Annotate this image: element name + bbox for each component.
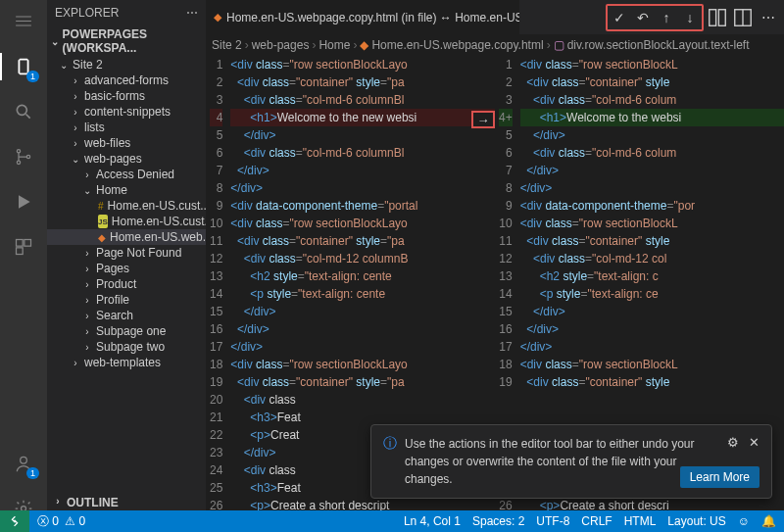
tab-title: Home.en-US.webpage.copy.html (in file) ↔…	[226, 11, 519, 24]
tree-folder[interactable]: ›Subpage one	[47, 323, 206, 339]
tree-folder[interactable]: ›basic-forms	[47, 88, 206, 104]
accept-icon[interactable]: ✓	[608, 6, 631, 29]
tab-more-icon[interactable]: ⋯	[757, 6, 780, 29]
outline-section[interactable]: ›OUTLINE	[47, 493, 206, 512]
tree-folder[interactable]: ›Profile	[47, 292, 206, 308]
svg-point-8	[21, 457, 27, 463]
tree-folder[interactable]: ›advanced-forms	[47, 73, 206, 88]
explorer-sidebar: EXPLORER ⋯ ⌄POWERPAGES (WORKSPA... ⌄Site…	[47, 0, 206, 532]
breadcrumb[interactable]: Site 2› web-pages› Home› ◆Home.en-US.web…	[206, 34, 784, 56]
svg-point-3	[17, 161, 20, 164]
revert-icon[interactable]: ↶	[631, 6, 655, 29]
tree-folder[interactable]: ›Search	[47, 308, 206, 323]
source-control-icon[interactable]	[10, 143, 37, 170]
encoding[interactable]: UTF-8	[536, 514, 569, 528]
explorer-icon[interactable]: 1	[10, 53, 37, 80]
sidebar-title: EXPLORER ⋯	[47, 0, 206, 25]
tree-folder-home[interactable]: ⌄Home	[47, 182, 206, 198]
info-icon: ⓘ	[383, 435, 397, 488]
prev-change-icon[interactable]: ↑	[655, 6, 678, 29]
move-change-arrow-icon[interactable]: →	[471, 111, 495, 128]
keyboard-layout[interactable]: Layout: US	[667, 514, 725, 528]
editor-toolbar: ✓ ↶ ↑ ↓ ⋯	[606, 4, 784, 31]
split-editor-icon[interactable]	[731, 6, 755, 29]
diff-actions-highlight: ✓ ↶ ↑ ↓	[606, 4, 704, 31]
tree-folder[interactable]: ›Product	[47, 276, 206, 292]
tree-folder[interactable]: ›lists	[47, 120, 206, 135]
tree-folder[interactable]: ›web-files	[47, 135, 206, 151]
extensions-icon[interactable]	[10, 233, 37, 261]
eol[interactable]: CRLF	[581, 514, 612, 528]
editor-tab[interactable]: ◆ Home.en-US.webpage.copy.html (in file)…	[206, 0, 519, 34]
notifications-icon[interactable]: 🔔	[761, 514, 776, 528]
account-badge: 1	[26, 467, 39, 479]
tree-folder[interactable]: ⌄web-pages	[47, 151, 206, 167]
remote-indicator[interactable]	[0, 510, 29, 532]
tree-folder[interactable]: ›web-templates	[47, 355, 206, 370]
toast-message: Use the actions in the editor tool bar t…	[405, 435, 719, 488]
svg-rect-6	[24, 240, 31, 247]
error-count[interactable]: ⓧ 0	[37, 513, 59, 530]
tree-file[interactable]: #Home.en-US.cust...	[47, 198, 206, 214]
activity-bar: 1 1	[0, 0, 47, 532]
warning-count[interactable]: ⚠ 0	[65, 514, 85, 528]
menu-icon[interactable]	[10, 8, 37, 35]
tree-folder[interactable]: ›Access Denied	[47, 167, 206, 182]
sidebar-more-icon[interactable]: ⋯	[186, 6, 198, 20]
status-bar: ⓧ 0 ⚠ 0 Ln 4, Col 1 Spaces: 2 UTF-8 CRLF…	[0, 510, 784, 532]
search-icon[interactable]	[10, 98, 37, 125]
account-icon[interactable]: 1	[10, 450, 37, 477]
next-change-icon[interactable]: ↓	[678, 6, 702, 29]
svg-point-2	[17, 150, 20, 153]
learn-more-button[interactable]: Learn More	[680, 466, 760, 488]
feedback-icon[interactable]: ☺	[738, 514, 750, 528]
svg-point-4	[26, 155, 29, 158]
tree-folder[interactable]: ›Pages	[47, 261, 206, 276]
svg-line-1	[26, 115, 30, 119]
svg-rect-7	[17, 248, 24, 255]
workspace-header[interactable]: ⌄POWERPAGES (WORKSPA...	[47, 25, 206, 57]
language-mode[interactable]: HTML	[624, 514, 657, 528]
svg-rect-10	[710, 9, 716, 25]
toast-close-icon[interactable]: ✕	[749, 435, 760, 450]
html-file-icon: ◆	[214, 11, 221, 24]
svg-point-0	[17, 105, 26, 115]
sidebar-title-text: EXPLORER	[55, 6, 119, 20]
workspace-name: POWERPAGES (WORKSPA...	[63, 27, 202, 55]
svg-rect-5	[17, 240, 24, 247]
tree-folder-site[interactable]: ⌄Site 2	[47, 57, 206, 73]
svg-rect-11	[718, 9, 725, 25]
tree-folder[interactable]: ›content-snippets	[47, 104, 206, 120]
toast-settings-icon[interactable]: ⚙	[727, 435, 739, 450]
tree-folder[interactable]: ›Subpage two	[47, 339, 206, 355]
explorer-badge: 1	[26, 71, 39, 82]
diff-toggle-icon[interactable]	[706, 6, 729, 29]
indent-setting[interactable]: Spaces: 2	[472, 514, 524, 528]
tab-bar: ◆ Home.en-US.webpage.copy.html (in file)…	[206, 0, 784, 34]
notification-toast: ⓘ Use the actions in the editor tool bar…	[370, 424, 772, 499]
editor-area: ◆ Home.en-US.webpage.copy.html (in file)…	[206, 0, 784, 532]
tree-folder[interactable]: ›Page Not Found	[47, 245, 206, 261]
file-tree: ⌄Site 2 ›advanced-forms ›basic-forms ›co…	[47, 57, 206, 493]
tree-file-active[interactable]: ◆Home.en-US.web...	[47, 229, 206, 245]
tree-file[interactable]: JSHome.en-US.cust...	[47, 214, 206, 229]
cursor-position[interactable]: Ln 4, Col 1	[404, 514, 461, 528]
run-debug-icon[interactable]	[10, 188, 37, 216]
